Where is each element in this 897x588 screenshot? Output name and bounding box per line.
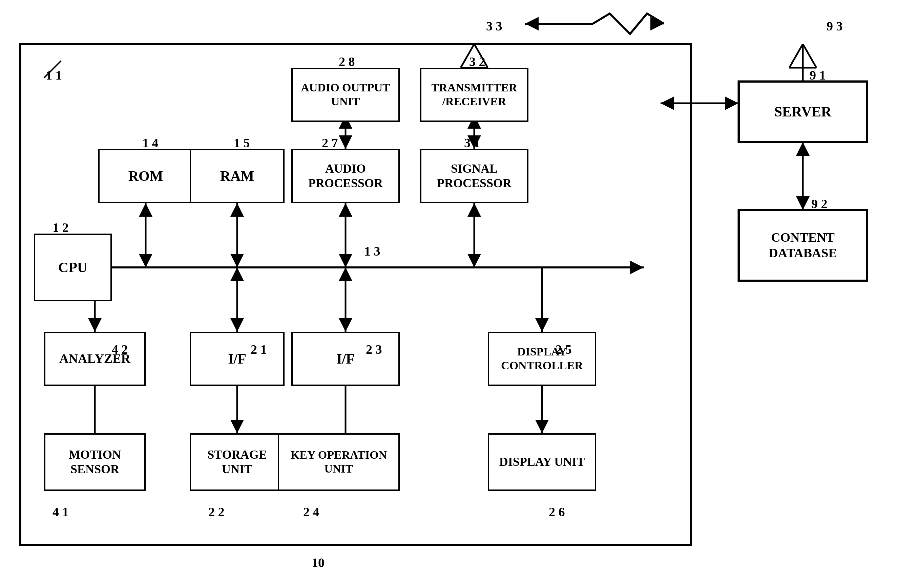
svg-marker-36 <box>339 318 352 332</box>
display-controller-box: DISPLAY CONTROLLER <box>488 332 596 386</box>
rom-box: ROM <box>98 149 193 203</box>
storage-unit-box: STORAGE UNIT <box>190 433 285 491</box>
ref-15: 1 5 <box>234 135 250 150</box>
if2-box: I/F <box>291 332 400 386</box>
svg-marker-18 <box>339 135 352 149</box>
svg-marker-33 <box>230 318 244 332</box>
svg-marker-14 <box>467 203 481 217</box>
ref-12: 1 2 <box>52 220 69 235</box>
label-11-arrow <box>34 58 75 85</box>
ref-13: 1 3 <box>364 244 380 259</box>
motion-sensor-box: MOTION SENSOR <box>44 433 145 491</box>
svg-marker-39 <box>535 318 549 332</box>
cpu-box: CPU <box>34 234 112 301</box>
ram-box: RAM <box>190 149 285 203</box>
display-unit-box: DISPLAY UNIT <box>488 433 596 491</box>
svg-marker-48 <box>535 420 549 433</box>
if1-box: I/F <box>190 332 285 386</box>
ref-10: 10 <box>312 555 325 570</box>
svg-marker-44 <box>230 420 244 433</box>
svg-marker-60 <box>661 96 674 110</box>
ref-42: 4 2 <box>112 342 128 357</box>
signal-processor-box: SIGNAL PROCESSOR <box>420 149 528 203</box>
svg-marker-12 <box>339 254 352 267</box>
svg-marker-37 <box>339 267 352 281</box>
svg-marker-59 <box>725 96 738 110</box>
ref-27: 2 7 <box>322 135 338 150</box>
svg-marker-11 <box>339 203 352 217</box>
svg-marker-28 <box>651 17 664 31</box>
ref-41: 4 1 <box>52 504 69 519</box>
ref-33: 3 3 <box>486 18 502 34</box>
svg-marker-57 <box>796 196 810 210</box>
key-operation-box: KEY OPERATION UNIT <box>278 433 400 491</box>
ref-91: 9 1 <box>810 68 826 82</box>
ref-24: 2 4 <box>303 504 320 519</box>
svg-marker-5 <box>139 203 152 217</box>
ref-31: 3 1 <box>464 135 480 150</box>
svg-marker-6 <box>139 254 152 267</box>
ref-32: 3 2 <box>469 54 485 69</box>
svg-line-52 <box>789 44 803 68</box>
svg-marker-34 <box>230 267 244 281</box>
ref-14: 1 4 <box>142 135 159 150</box>
ref-21: 2 1 <box>251 342 267 357</box>
svg-marker-27 <box>525 17 539 31</box>
svg-line-53 <box>803 44 816 68</box>
analyzer-box: ANALYZER <box>44 332 145 386</box>
ref-28: 2 8 <box>339 54 355 69</box>
svg-marker-56 <box>796 142 810 156</box>
svg-marker-15 <box>467 254 481 267</box>
transmitter-receiver-box: TRANSMITTER /RECEIVER <box>420 68 528 122</box>
content-database-box: CONTENT DATABASE <box>738 210 867 281</box>
svg-marker-3 <box>630 261 644 274</box>
audio-output-box: AUDIO OUTPUT UNIT <box>291 68 400 122</box>
audio-processor-box: AUDIO PROCESSOR <box>291 149 400 203</box>
svg-line-61 <box>44 61 61 78</box>
svg-marker-30 <box>88 318 102 332</box>
ref-26: 2 6 <box>549 504 565 519</box>
svg-marker-9 <box>230 254 244 267</box>
ref-92: 9 2 <box>811 196 828 211</box>
svg-marker-8 <box>230 203 244 217</box>
server-box: SERVER <box>738 81 867 142</box>
ref-93: 9 3 <box>827 18 843 34</box>
ref-23: 2 3 <box>366 342 382 357</box>
ref-25: 2 5 <box>556 342 572 357</box>
ref-22: 2 2 <box>208 504 225 519</box>
diagram-container: 10 1 1 CPU 1 2 ROM 1 4 RAM 1 5 AUDIO PRO… <box>0 0 897 588</box>
